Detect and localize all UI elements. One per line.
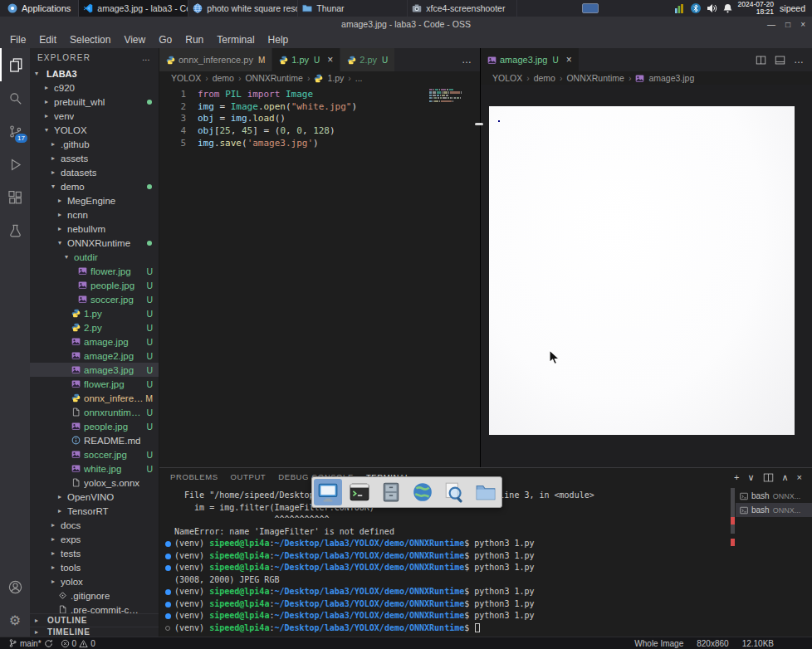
tree-item[interactable]: ▸TensorRT bbox=[30, 504, 159, 518]
tree-item[interactable]: ▸ncnn bbox=[30, 207, 159, 222]
dock-terminal-icon[interactable] bbox=[345, 479, 374, 505]
problems-status[interactable]: 0 0 bbox=[61, 639, 95, 648]
tree-item[interactable]: people.jpgU bbox=[30, 278, 159, 292]
tab-amage3.jpg[interactable]: amage3.jpgU× bbox=[481, 48, 580, 71]
tree-item[interactable]: amage.jpgU bbox=[30, 334, 159, 349]
tree-item[interactable]: ▸c920 bbox=[30, 81, 159, 95]
menu-run[interactable]: Run bbox=[179, 34, 210, 46]
extensions-icon[interactable] bbox=[0, 181, 30, 214]
tree-item[interactable]: flower.jpgU bbox=[30, 264, 159, 278]
workspace-pager[interactable] bbox=[582, 3, 599, 13]
split-editor-icon[interactable] bbox=[756, 55, 766, 66]
tree-item[interactable]: README.md bbox=[30, 433, 159, 447]
tree-item[interactable]: ▸tests bbox=[30, 546, 159, 560]
terminal-scrollbar[interactable] bbox=[729, 486, 736, 637]
panel-tab-output[interactable]: OUTPUT bbox=[231, 468, 267, 486]
close-icon[interactable]: × bbox=[566, 54, 572, 66]
tab-2.py[interactable]: 2.pyU bbox=[340, 48, 395, 71]
terminal-dropdown-icon[interactable]: ∨ bbox=[747, 472, 754, 483]
dock-globe-icon[interactable] bbox=[408, 479, 437, 505]
dock-magnifier-icon[interactable] bbox=[440, 479, 468, 505]
bluetooth-icon[interactable] bbox=[691, 3, 701, 13]
terminal-tab[interactable]: bashONNX... bbox=[736, 503, 812, 517]
breadcrumb-item[interactable]: amage3.jpg bbox=[648, 73, 694, 83]
tree-item[interactable]: ▸venv bbox=[30, 109, 159, 123]
maximize-panel-icon[interactable]: ∧ bbox=[782, 472, 789, 483]
tree-item[interactable]: 2.pyU bbox=[30, 320, 159, 334]
command-decoration[interactable] bbox=[165, 541, 171, 547]
image-size-status[interactable]: 820x860 bbox=[697, 639, 728, 648]
source-control-icon[interactable]: 17 bbox=[0, 115, 30, 148]
minimap[interactable] bbox=[429, 89, 472, 103]
testing-icon[interactable] bbox=[0, 214, 30, 247]
terminal-tab[interactable]: bashONNX... bbox=[736, 489, 812, 503]
command-decoration[interactable] bbox=[165, 626, 170, 631]
breadcrumb-item[interactable]: ... bbox=[355, 73, 363, 83]
notification-bell-icon[interactable] bbox=[723, 3, 732, 13]
tree-item[interactable]: ▸nebullvm bbox=[30, 222, 159, 236]
close-icon[interactable]: × bbox=[327, 54, 333, 66]
more-actions-icon[interactable]: … bbox=[462, 54, 472, 66]
breadcrumb-item[interactable]: ONNXRuntime bbox=[245, 73, 302, 83]
dock-display-icon[interactable] bbox=[314, 479, 342, 505]
settings-gear-icon[interactable]: ⚙ bbox=[0, 603, 30, 637]
close-button[interactable]: × bbox=[800, 20, 805, 29]
command-decoration[interactable] bbox=[165, 565, 171, 571]
editor-layout-icon[interactable] bbox=[775, 55, 785, 66]
file-size-status[interactable]: 12.10KB bbox=[742, 639, 774, 648]
taskbar-window-screenshot[interactable]: xfce4-screenshooter bbox=[408, 0, 517, 17]
accounts-icon[interactable] bbox=[0, 570, 30, 603]
zoom-status[interactable]: Whole Image bbox=[634, 639, 683, 648]
tree-item[interactable]: ▸yolox bbox=[30, 574, 159, 588]
tree-item[interactable]: ▸docs bbox=[30, 518, 159, 532]
tab-1.py[interactable]: 1.pyU× bbox=[272, 48, 340, 71]
clock[interactable]: 2024-07-2018:21 bbox=[738, 1, 774, 17]
tree-item[interactable]: amage2.jpgU bbox=[30, 349, 159, 363]
menu-view[interactable]: View bbox=[117, 34, 152, 46]
breadcrumb-item[interactable]: demo bbox=[534, 73, 555, 83]
maximize-button[interactable]: □ bbox=[785, 20, 790, 29]
breadcrumb-item[interactable]: YOLOX bbox=[492, 73, 522, 83]
menu-file[interactable]: File bbox=[3, 34, 32, 46]
menu-go[interactable]: Go bbox=[152, 34, 179, 46]
tree-item[interactable]: soccer.jpgU bbox=[30, 447, 159, 461]
dock-cabinet-icon[interactable] bbox=[377, 479, 405, 505]
tree-item[interactable]: ▾outdir bbox=[30, 250, 159, 264]
tree-item[interactable]: ▸OpenVINO bbox=[30, 490, 159, 504]
command-decoration[interactable] bbox=[165, 589, 171, 595]
run-debug-icon[interactable] bbox=[0, 148, 30, 181]
menu-selection[interactable]: Selection bbox=[63, 34, 117, 46]
tree-item[interactable]: 1.pyU bbox=[30, 306, 159, 320]
tree-item[interactable]: ▾demo bbox=[30, 179, 159, 193]
volume-icon[interactable] bbox=[707, 3, 717, 13]
tree-item[interactable]: .pre-commit-config.yaml bbox=[30, 603, 159, 613]
search-icon[interactable] bbox=[0, 81, 30, 115]
tree-item[interactable]: onnx_inference....M bbox=[30, 391, 159, 405]
taskbar-window-thunar[interactable]: Thunar bbox=[298, 0, 408, 17]
new-terminal-icon[interactable]: + bbox=[734, 472, 739, 482]
panel-tab-problems[interactable]: PROBLEMS bbox=[170, 468, 218, 486]
git-branch-status[interactable]: main* bbox=[8, 638, 53, 648]
breadcrumb-item[interactable]: ONNXRuntime bbox=[566, 73, 624, 83]
user-menu[interactable]: sipeed bbox=[780, 3, 805, 13]
workspace-root[interactable]: ▾ LABA3 bbox=[30, 66, 159, 81]
tree-item[interactable]: ▸prebuilt_whl bbox=[30, 95, 159, 109]
tree-item[interactable]: soccer.jpgU bbox=[30, 292, 159, 306]
tree-item[interactable]: ▾ONNXRuntime bbox=[30, 236, 159, 250]
explorer-view-icon[interactable] bbox=[0, 48, 30, 81]
dock-folder-icon[interactable] bbox=[472, 479, 500, 505]
breadcrumb-item[interactable]: YOLOX bbox=[171, 73, 201, 83]
menu-terminal[interactable]: Terminal bbox=[210, 34, 261, 46]
timeline-section[interactable]: ▸ TIMELINE bbox=[30, 627, 159, 637]
applications-menu[interactable]: Applications bbox=[0, 0, 79, 17]
tree-item[interactable]: ▾YOLOX bbox=[30, 123, 159, 137]
outline-section[interactable]: ▸ OUTLINE bbox=[30, 613, 159, 627]
breadcrumb-item[interactable]: demo bbox=[213, 73, 234, 83]
tree-item[interactable]: amage3.jpgU bbox=[30, 363, 159, 377]
tree-item[interactable]: flower.jpgU bbox=[30, 377, 159, 391]
minimize-button[interactable]: — bbox=[767, 20, 775, 29]
explorer-more-actions-icon[interactable]: … bbox=[142, 53, 151, 62]
more-actions-icon[interactable]: … bbox=[794, 54, 804, 66]
image-preview[interactable] bbox=[481, 85, 812, 467]
system-monitor-icon[interactable] bbox=[675, 3, 685, 13]
